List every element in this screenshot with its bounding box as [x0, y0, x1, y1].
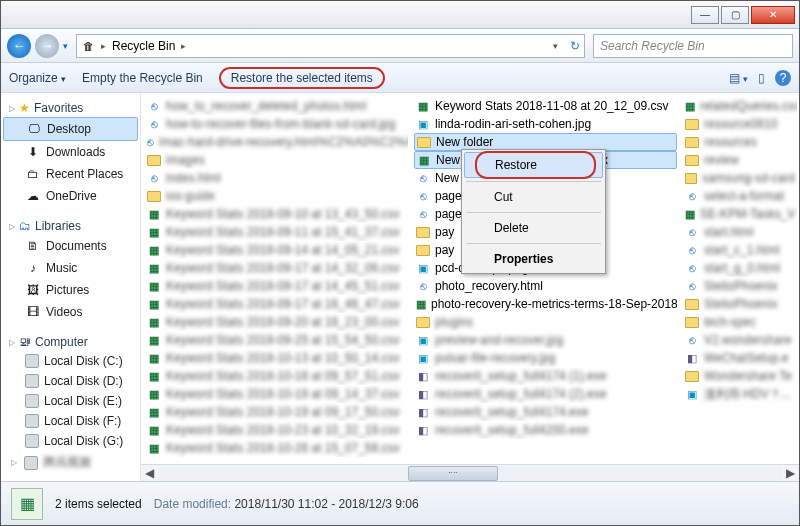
empty-recycle-bin-button[interactable]: Empty the Recycle Bin: [82, 71, 203, 85]
file-item[interactable]: ⎋start_g_0.html: [683, 259, 797, 277]
close-button[interactable]: ✕: [751, 6, 795, 24]
file-item[interactable]: ▦Keyword Stats 2018-09-17 at 14_32_06.cs…: [145, 259, 408, 277]
file-item[interactable]: ▦Keyword Stats 2018-10-18 at 09_57_51.cs…: [145, 367, 408, 385]
file-item[interactable]: ▦Keyword Stats 2018-11-08 at 20_12_09.cs…: [414, 97, 677, 115]
file-item[interactable]: ⎋imac-hard-drive-recovery.html%C2%A0%C2%…: [145, 133, 408, 151]
ctx-delete[interactable]: Delete: [464, 216, 603, 240]
file-item[interactable]: StelioPhoenix: [683, 295, 797, 313]
sidebar-item[interactable]: Local Disk (E:): [1, 391, 140, 411]
scroll-track[interactable]: ᠁: [158, 466, 782, 481]
file-item[interactable]: images: [145, 151, 408, 169]
file-item[interactable]: ⎋start.html: [683, 223, 797, 241]
nav-history-dropdown[interactable]: ▾: [63, 41, 68, 51]
file-item[interactable]: ▦Keyword Stats 2018-09-10 at 13_43_50.cs…: [145, 205, 408, 223]
file-item[interactable]: ⎋photo_recovery.html: [414, 277, 677, 295]
file-item[interactable]: ▦Keyword Stats 2018-09-11 at 15_41_37.cs…: [145, 223, 408, 241]
sidebar-item[interactable]: ☁OneDrive: [1, 185, 140, 207]
file-item[interactable]: plugins: [414, 313, 677, 331]
search-input[interactable]: Search Recycle Bin: [593, 34, 793, 58]
sidebar-item[interactable]: ♪Music: [1, 257, 140, 279]
file-item[interactable]: Wondershare Te: [683, 367, 797, 385]
file-item[interactable]: tech-spec: [683, 313, 797, 331]
horizontal-scrollbar[interactable]: ◀ ᠁ ▶: [141, 464, 799, 481]
address-bar[interactable]: 🗑 ▸ Recycle Bin ▸ ▾ ↻: [76, 34, 585, 58]
file-item[interactable]: ▦Keyword Stats 2018-09-25 at 15_54_50.cs…: [145, 331, 408, 349]
file-item[interactable]: ▦Keyword Stats 2018-09-14 at 14_05_21.cs…: [145, 241, 408, 259]
scroll-right-button[interactable]: ▶: [782, 466, 799, 481]
file-list[interactable]: ⎋how_to_recover_deleted_photos.html⎋how-…: [141, 93, 799, 464]
file-name: Keyword Stats 2018-11-08 at 20_12_09.csv: [435, 99, 668, 113]
file-item[interactable]: ◧WeChatSetup.e: [683, 349, 797, 367]
ctx-cut[interactable]: Cut: [464, 185, 603, 209]
content-area: ▷ ★ Favorites 🖵Desktop⬇Downloads🗀Recent …: [1, 93, 799, 481]
file-name: start_g_0.html: [704, 261, 780, 275]
file-item[interactable]: ▣漫利用·HDV？...: [683, 385, 797, 403]
file-item[interactable]: ▦photo-recovery-ke-metrics-terms-18-Sep-…: [414, 295, 677, 313]
file-item[interactable]: review: [683, 151, 797, 169]
file-item[interactable]: ▦Keyword Stats 2018-10-19 at 09_14_37.cs…: [145, 385, 408, 403]
file-item[interactable]: ⎋start_c_1.html: [683, 241, 797, 259]
sidebar-item[interactable]: 🗎Documents: [1, 235, 140, 257]
ctx-restore[interactable]: Restore: [464, 152, 603, 178]
sidebar-item-label: Music: [46, 261, 77, 275]
organize-menu[interactable]: Organize ▾: [9, 71, 66, 85]
scroll-left-button[interactable]: ◀: [141, 466, 158, 481]
file-item[interactable]: ⎋select-a-format: [683, 187, 797, 205]
file-item[interactable]: ios-guide: [145, 187, 408, 205]
navigation-pane[interactable]: ▷ ★ Favorites 🖵Desktop⬇Downloads🗀Recent …: [1, 93, 141, 481]
preview-pane-button[interactable]: ▯: [758, 71, 765, 85]
file-item[interactable]: ▦Keyword Stats 2018-09-17 at 14_45_51.cs…: [145, 277, 408, 295]
file-item[interactable]: ▦SE-KPM-Tasks_V: [683, 205, 797, 223]
sidebar-item[interactable]: ⬇Downloads: [1, 141, 140, 163]
ctx-properties[interactable]: Properties: [464, 247, 603, 271]
sidebar-item[interactable]: 🗀Recent Places: [1, 163, 140, 185]
refresh-button[interactable]: ↻: [570, 39, 580, 53]
restore-selected-button[interactable]: Restore the selected items: [219, 67, 385, 89]
file-name: Keyword Stats 2018-10-19 at 09_17_50.csv: [166, 405, 399, 419]
file-item[interactable]: resource0810: [683, 115, 797, 133]
sidebar-item[interactable]: ▷腾讯视频: [1, 451, 140, 474]
file-item[interactable]: ▦relatedQueries.csv: [683, 97, 797, 115]
sidebar-item[interactable]: 🖼Pictures: [1, 279, 140, 301]
file-item[interactable]: ◧recoverit_setup_full4174 (2).exe: [414, 385, 677, 403]
minimize-button[interactable]: —: [691, 6, 719, 24]
back-button[interactable]: ←: [7, 34, 31, 58]
file-item[interactable]: ⎋how_to_recover_deleted_photos.html: [145, 97, 408, 115]
sidebar-item[interactable]: Local Disk (F:): [1, 411, 140, 431]
file-item[interactable]: ⎋StelioPhoenix: [683, 277, 797, 295]
file-item[interactable]: ⎋V2.wondershare: [683, 331, 797, 349]
maximize-button[interactable]: ▢: [721, 6, 749, 24]
forward-button[interactable]: →: [35, 34, 59, 58]
sidebar-item[interactable]: 🎞Videos: [1, 301, 140, 323]
file-item[interactable]: ▦Keyword Stats 2018-10-23 at 10_32_19.cs…: [145, 421, 408, 439]
help-button[interactable]: ?: [775, 70, 791, 86]
scroll-thumb[interactable]: ᠁: [408, 466, 498, 481]
file-item[interactable]: ▣pulsar-file-recovery.jpg: [414, 349, 677, 367]
file-item[interactable]: ▣preview-and-recover.jpg: [414, 331, 677, 349]
file-item[interactable]: ▣linda-rodin-ari-seth-cohen.jpg: [414, 115, 677, 133]
libraries-group[interactable]: ▷ 🗂 Libraries: [1, 215, 140, 235]
sidebar-item[interactable]: Local Disk (D:): [1, 371, 140, 391]
file-item[interactable]: ⎋index.html: [145, 169, 408, 187]
sidebar-item[interactable]: Local Disk (C:): [1, 351, 140, 371]
file-item[interactable]: ▦Keyword Stats 2018-10-13 at 10_50_14.cs…: [145, 349, 408, 367]
sidebar-item[interactable]: Local Disk (G:): [1, 431, 140, 451]
computer-group[interactable]: ▷ 🖳 Computer: [1, 331, 140, 351]
file-item[interactable]: ◧recoverit_setup_full4174.exe: [414, 403, 677, 421]
file-item[interactable]: ▦Keyword Stats 2018-09-20 at 16_23_00.cs…: [145, 313, 408, 331]
file-item[interactable]: samsung-sd-card: [683, 169, 797, 187]
address-dropdown-icon[interactable]: ▾: [553, 41, 558, 51]
file-item[interactable]: ⎋how-to-recover-files-from-blank-sd-card…: [145, 115, 408, 133]
file-item[interactable]: ◧recoverit_setup_full4174 (1).exe: [414, 367, 677, 385]
chevron-down-icon: ▾: [743, 74, 748, 84]
file-item[interactable]: ▦Keyword Stats 2018-09-17 at 16_46_47.cs…: [145, 295, 408, 313]
view-mode-button[interactable]: ▤ ▾: [729, 71, 748, 85]
file-item[interactable]: ▦Keyword Stats 2018-10-26 at 15_07_58.cs…: [145, 439, 408, 457]
file-item[interactable]: ◧recoverit_setup_full4200.exe: [414, 421, 677, 439]
file-name: ios-guide: [166, 189, 215, 203]
file-item[interactable]: resources: [683, 133, 797, 151]
favorites-group[interactable]: ▷ ★ Favorites: [1, 97, 140, 117]
breadcrumb-location[interactable]: Recycle Bin: [112, 39, 175, 53]
sidebar-item[interactable]: 🖵Desktop: [3, 117, 138, 141]
file-item[interactable]: ▦Keyword Stats 2018-10-19 at 09_17_50.cs…: [145, 403, 408, 421]
